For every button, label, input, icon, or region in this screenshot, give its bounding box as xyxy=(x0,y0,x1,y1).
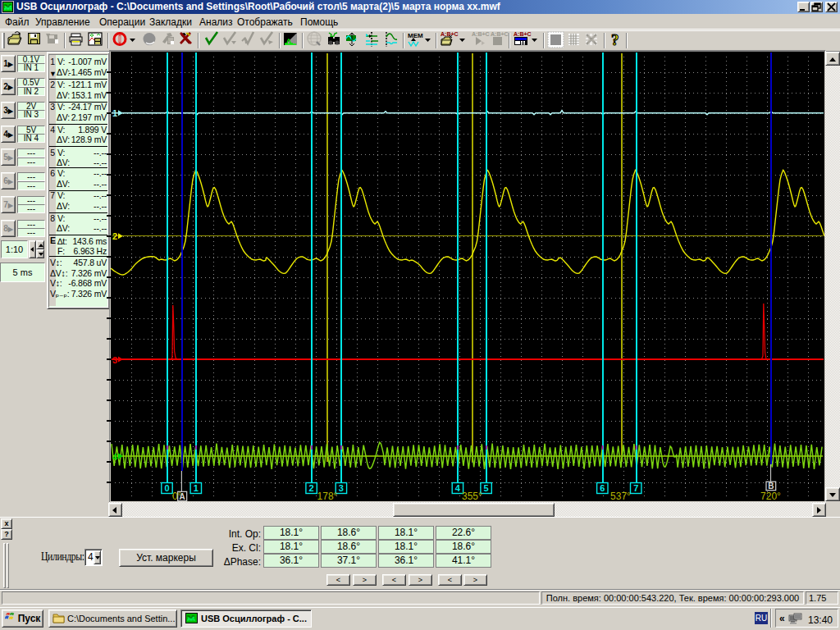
svg-text:B: B xyxy=(768,482,774,491)
svg-text:0°: 0° xyxy=(172,491,182,501)
svg-text:720°: 720° xyxy=(760,491,781,501)
svg-text:3: 3 xyxy=(339,483,344,493)
svg-text:2: 2 xyxy=(112,231,117,241)
svg-text:A:B+C: A:B+C xyxy=(472,31,490,37)
svg-text:537°: 537° xyxy=(610,491,631,501)
svg-text:A:B+C: A:B+C xyxy=(491,31,509,37)
svg-text:6: 6 xyxy=(600,483,605,493)
svg-text:4: 4 xyxy=(112,452,118,462)
svg-text:A:B+C: A:B+C xyxy=(441,31,459,37)
svg-text:4: 4 xyxy=(455,483,461,493)
svg-text:3: 3 xyxy=(112,355,117,365)
svg-text:?: ? xyxy=(611,31,619,48)
svg-text:355°: 355° xyxy=(462,491,482,501)
svg-text:MEM: MEM xyxy=(408,32,423,39)
svg-text:0: 0 xyxy=(164,483,169,493)
svg-text:178°: 178° xyxy=(317,491,338,501)
svg-text:2: 2 xyxy=(309,483,314,493)
svg-text:A:B+C: A:B+C xyxy=(514,31,532,37)
svg-text:1: 1 xyxy=(112,108,117,118)
svg-text:1: 1 xyxy=(194,483,199,493)
svg-text:5: 5 xyxy=(484,483,489,493)
svg-text:7: 7 xyxy=(633,483,638,493)
